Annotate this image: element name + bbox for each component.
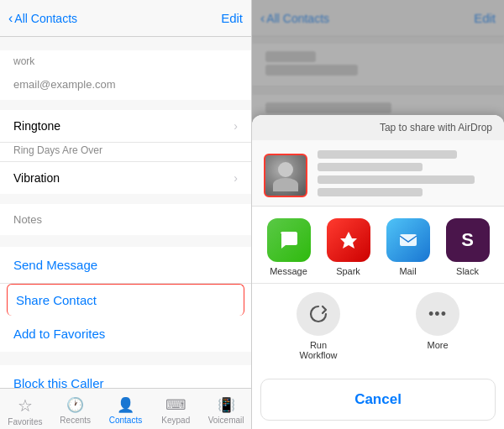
tab-contacts[interactable]: 👤 Contacts [101,393,151,425]
tab-favorites[interactable]: ☆ Favorites [0,392,50,426]
left-edit-button[interactable]: Edit [221,11,243,25]
left-tab-bar: ☆ Favorites 🕐 Recents 👤 Contacts ⌨ Keypa… [0,388,251,429]
cancel-button[interactable]: Cancel [260,379,496,421]
contact-detail-blurred-2 [318,175,475,184]
ringtone-value-row: Ring Days Are Over [0,143,251,162]
voicemail-icon: 📳 [218,396,235,414]
more-icon: ••• [416,292,459,336]
share-app-message[interactable]: Message [265,218,312,276]
airdrop-tip: Tap to share with AirDrop [252,115,504,140]
right-panel: ‹ All Contacts Edit [252,0,504,429]
add-favorites-button[interactable]: Add to Favorites [0,316,251,352]
left-panel: ‹ All Contacts Edit work email@example.c… [0,0,252,429]
vibration-label: Vibration [13,171,60,185]
message-app-label: Message [270,266,307,276]
svg-rect-0 [400,234,417,246]
more-action[interactable]: ••• More [411,292,465,360]
run-workflow-label: RunWorkflow [299,340,337,360]
contact-thumbnail [264,154,307,197]
ringtone-section: Ringtone › Ring Days Are Over Vibration … [0,110,251,194]
share-sheet-overlay: Tap to share with AirDrop [252,0,504,429]
keypad-icon: ⌨ [165,396,186,414]
share-header [252,140,504,207]
share-app-slack[interactable]: S Slack [444,218,491,276]
contact-info [318,150,492,201]
spark-app-icon [327,218,370,262]
share-apps-row: Message Spark [252,207,504,283]
block-caller-button[interactable]: Block this Caller [0,365,251,388]
email-row[interactable]: email@example.com [0,69,251,100]
favorites-label: Favorites [8,417,42,426]
share-app-mail[interactable]: Mail [385,218,432,276]
ringtone-value: Ring Days Are Over [13,144,102,156]
notes-section: Notes [0,204,251,235]
contacts-icon: 👤 [117,396,134,414]
block-label: Block this Caller [13,376,104,388]
message-app-icon [267,218,311,262]
recents-icon: 🕐 [66,396,84,414]
mail-app-label: Mail [399,266,416,276]
left-nav-bar: ‹ All Contacts Edit [0,0,251,37]
share-actions-row: RunWorkflow ••• More [252,283,504,372]
recents-label: Recents [60,416,91,425]
contacts-label: Contacts [109,416,142,425]
vibration-row[interactable]: Vibration › [0,162,251,194]
more-label: More [427,340,448,350]
left-back-label: All Contacts [14,12,77,25]
send-message-button[interactable]: Send Message [0,247,251,284]
left-back-button[interactable]: ‹ All Contacts [8,11,77,26]
email-value: email@example.com [13,78,116,91]
ringtone-label: Ringtone [13,119,60,133]
tab-voicemail[interactable]: 📳 Voicemail [201,393,251,425]
mail-app-icon [386,218,430,262]
share-sheet: Tap to share with AirDrop [252,115,504,429]
contact-detail-blurred-3 [318,188,423,196]
notes-row[interactable]: Notes [0,204,251,235]
voicemail-label: Voicemail [208,416,244,425]
contact-detail-blurred-1 [318,163,423,171]
left-content: work email@example.com Ringtone › Ring D… [0,37,251,388]
ringtone-row[interactable]: Ringtone › [0,110,251,143]
ringtone-chevron-icon: › [234,119,238,133]
tab-recents[interactable]: 🕐 Recents [50,393,101,425]
work-section: work email@example.com [0,50,251,100]
actions-section: Send Message Share Contact Add to Favori… [0,247,251,352]
share-app-spark[interactable]: Spark [325,218,372,276]
back-chevron-icon: ‹ [8,11,13,26]
vibration-chevron-icon: › [234,171,238,185]
notes-label: Notes [13,213,42,226]
share-contact-button[interactable]: Share Contact [7,284,244,316]
favorites-icon: ☆ [18,395,33,416]
tab-keypad[interactable]: ⌨ Keypad [150,393,201,425]
contact-name-blurred [318,150,457,159]
slack-app-label: Slack [456,266,479,276]
slack-app-icon: S [446,218,490,262]
run-workflow-action[interactable]: RunWorkflow [291,292,345,360]
block-section: Block this Caller [0,365,251,388]
run-workflow-icon [297,292,340,336]
keypad-label: Keypad [161,416,190,425]
spark-app-label: Spark [336,266,360,276]
work-label: work [0,50,251,69]
